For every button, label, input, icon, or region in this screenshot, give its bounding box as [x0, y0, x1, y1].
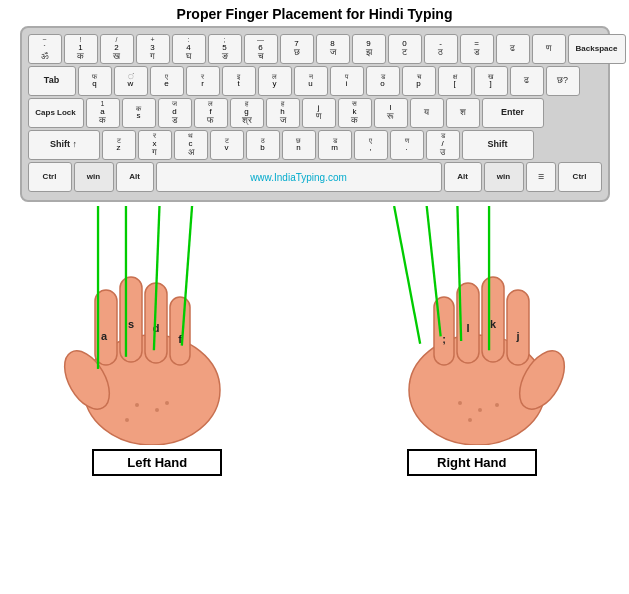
key-bracket-l[interactable]: क्ष[	[438, 66, 472, 96]
key-0[interactable]: 0ट	[388, 34, 422, 64]
key-w[interactable]: ंw	[114, 66, 148, 96]
key-i[interactable]: पi	[330, 66, 364, 96]
key-z[interactable]: टz	[102, 130, 136, 160]
key-alt-right[interactable]: Alt	[444, 162, 482, 192]
key-slash[interactable]: ड/उ	[426, 130, 460, 160]
left-hand-wrapper: a s d f Left Hand	[57, 235, 257, 476]
svg-text:f: f	[178, 333, 182, 345]
page-title: Proper Finger Placement for Hindi Typing	[0, 0, 629, 26]
key-comma[interactable]: ए,	[354, 130, 388, 160]
kb-row-1: Tab फq ंw एe रr इt लy नu पi डo चp क्ष[ ख…	[28, 66, 602, 96]
left-hand-svg: a s d f	[57, 235, 257, 445]
key-ctrl-left[interactable]: Ctrl	[28, 162, 72, 192]
svg-rect-2	[95, 290, 117, 365]
key-y[interactable]: लy	[258, 66, 292, 96]
svg-text:a: a	[101, 330, 108, 342]
key-semi[interactable]: य	[410, 98, 444, 128]
key-l[interactable]: lरू	[374, 98, 408, 128]
key-d[interactable]: जdड	[158, 98, 192, 128]
right-hand-label: Right Hand	[407, 449, 537, 476]
kb-row-3: Shift ↑ टz रxग थcअ टv ठb छn डm ए, ण. ड/उ…	[28, 130, 602, 160]
key-q2[interactable]: छ?	[546, 66, 580, 96]
svg-point-24	[458, 401, 462, 405]
key-equals[interactable]: =ड	[460, 34, 494, 64]
key-n[interactable]: छn	[282, 130, 316, 160]
key-t[interactable]: इt	[222, 66, 256, 96]
key-6[interactable]: —6च	[244, 34, 278, 64]
key-8[interactable]: 8ज	[316, 34, 350, 64]
left-hand-label: Left Hand	[92, 449, 222, 476]
svg-text:k: k	[490, 318, 497, 330]
watermark-text: www.IndiaTyping.com	[250, 172, 347, 183]
key-s[interactable]: कs	[122, 98, 156, 128]
key-c[interactable]: थcअ	[174, 130, 208, 160]
right-hand-svg: ; l k j	[372, 235, 572, 445]
svg-point-12	[125, 418, 129, 422]
key-ctrl-right[interactable]: Ctrl	[558, 162, 602, 192]
key-period[interactable]: ण.	[390, 130, 424, 160]
svg-text:j: j	[515, 330, 519, 342]
key-win-left[interactable]: win	[74, 162, 114, 192]
svg-text:l: l	[466, 322, 469, 334]
keyboard-container: ~` ॐ !1क /2ख +3ग :4घ ;5ङ —6च 7छ 8ज 9झ 0ट…	[20, 26, 610, 202]
kb-row-0: ~` ॐ !1क /2ख +3ग :4घ ;5ङ —6च 7छ 8ज 9झ 0ट…	[28, 34, 602, 64]
key-f[interactable]: लfफ	[194, 98, 228, 128]
svg-point-13	[165, 401, 169, 405]
key-5[interactable]: ;5ङ	[208, 34, 242, 64]
svg-rect-19	[507, 290, 529, 365]
key-u[interactable]: नu	[294, 66, 328, 96]
key-dn[interactable]: ण	[532, 34, 566, 64]
key-shift-right[interactable]: Shift	[462, 130, 534, 160]
key-bracket-r[interactable]: ख]	[474, 66, 508, 96]
svg-point-10	[135, 403, 139, 407]
key-7[interactable]: 7छ	[280, 34, 314, 64]
svg-point-25	[478, 408, 482, 412]
key-x[interactable]: रxग	[138, 130, 172, 160]
svg-point-11	[155, 408, 159, 412]
key-m[interactable]: डm	[318, 130, 352, 160]
key-g[interactable]: हgश्र	[230, 98, 264, 128]
key-win-right[interactable]: win	[484, 162, 524, 192]
hands-section: a s d f Left Hand ;	[0, 206, 629, 476]
key-e[interactable]: एe	[150, 66, 184, 96]
right-hand-wrapper: ; l k j Right Hand	[372, 235, 572, 476]
svg-text:d: d	[153, 322, 160, 334]
key-alt-left[interactable]: Alt	[116, 162, 154, 192]
key-backspace[interactable]: Backspace	[568, 34, 626, 64]
svg-point-26	[495, 403, 499, 407]
key-j[interactable]: jण	[302, 98, 336, 128]
svg-text:s: s	[128, 318, 134, 330]
key-enter[interactable]: Enter	[482, 98, 544, 128]
key-shift-left[interactable]: Shift ↑	[28, 130, 100, 160]
key-k[interactable]: सkक	[338, 98, 372, 128]
key-q[interactable]: फq	[78, 66, 112, 96]
svg-point-27	[468, 418, 472, 422]
key-capslock[interactable]: Caps Lock	[28, 98, 84, 128]
key-3[interactable]: +3ग	[136, 34, 170, 64]
svg-rect-5	[170, 297, 190, 365]
key-v[interactable]: टv	[210, 130, 244, 160]
key-4[interactable]: :4घ	[172, 34, 206, 64]
key-o[interactable]: डo	[366, 66, 400, 96]
key-2[interactable]: /2ख	[100, 34, 134, 64]
kb-row-2: Caps Lock 1aक कs जdड लfफ हgश्र हhज jण सk…	[28, 98, 602, 128]
key-1[interactable]: !1क	[64, 34, 98, 64]
key-h[interactable]: हhज	[266, 98, 300, 128]
key-a[interactable]: 1aक	[86, 98, 120, 128]
key-b[interactable]: ठb	[246, 130, 280, 160]
key-tab[interactable]: Tab	[28, 66, 76, 96]
key-backtick[interactable]: ~` ॐ	[28, 34, 62, 64]
key-quote[interactable]: श	[446, 98, 480, 128]
key-9[interactable]: 9झ	[352, 34, 386, 64]
svg-text:;: ;	[442, 333, 446, 345]
key-dd[interactable]: ढ	[496, 34, 530, 64]
key-minus[interactable]: -ठ	[424, 34, 458, 64]
key-ced[interactable]: ढ	[510, 66, 544, 96]
kb-row-4: Ctrl win Alt www.IndiaTyping.com Alt win…	[28, 162, 602, 192]
key-p[interactable]: चp	[402, 66, 436, 96]
key-menu[interactable]: ☰	[526, 162, 556, 192]
svg-rect-16	[434, 297, 454, 365]
key-r[interactable]: रr	[186, 66, 220, 96]
key-space[interactable]: www.IndiaTyping.com	[156, 162, 442, 192]
